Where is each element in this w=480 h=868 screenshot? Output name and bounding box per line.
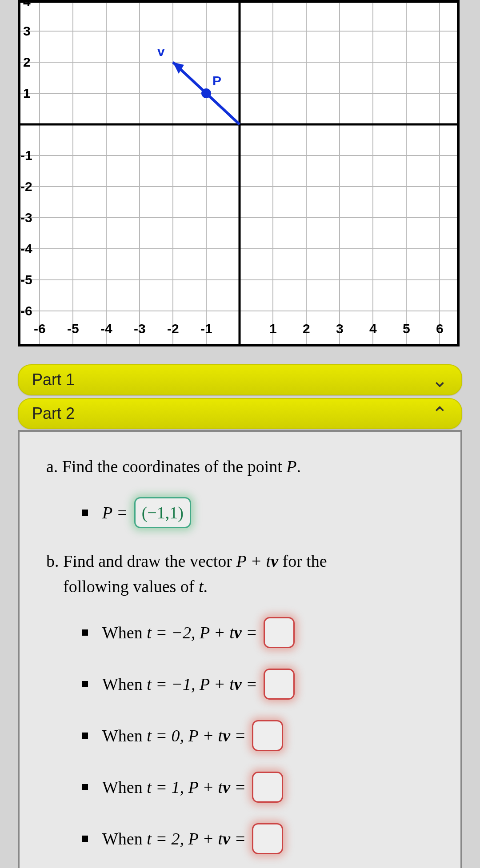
qb-v: v (223, 726, 230, 745)
svg-text:1: 1 (23, 86, 31, 100)
qa-answer-row: P = (−1,1) (82, 497, 443, 528)
qb-v: v (234, 623, 242, 642)
svg-text:3: 3 (336, 321, 344, 336)
svg-text:6: 6 (436, 321, 444, 336)
part2-content: a. Find the coordinates of the point P. … (18, 430, 462, 868)
svg-text:-1: -1 (200, 321, 212, 336)
svg-text:v: v (157, 44, 165, 59)
question-a-prompt: a. Find the coordinates of the point P. (46, 454, 443, 479)
qb-tail: = (230, 726, 246, 745)
qb-when: When (102, 778, 147, 796)
qb-vec: v (271, 552, 278, 570)
svg-text:-3: -3 (134, 321, 146, 336)
qb-answer-input-1[interactable] (264, 669, 295, 700)
qb-eq: t = 0, P + t (147, 726, 223, 745)
qb-when: When (102, 726, 147, 745)
qb-v: v (234, 675, 242, 693)
question-b-prompt: b. Find and draw the vector P + tv for t… (46, 549, 443, 599)
qb-item: When t = 2, P + tv = (82, 823, 443, 854)
accordion-part1-label: Part 1 (32, 370, 75, 389)
svg-point-51 (201, 88, 211, 98)
svg-text:-5: -5 (67, 321, 79, 336)
svg-text:4: 4 (23, 3, 31, 9)
qb-t1: b. Find and draw the vector (46, 552, 236, 570)
qb-item: When t = −2, P + tv = (82, 617, 443, 648)
bullet-icon (82, 784, 88, 790)
svg-text:P: P (212, 73, 221, 88)
qb-tail: = (230, 829, 246, 848)
qb-suffix: . (204, 577, 208, 596)
qb-item: When t = −1, P + tv = (82, 669, 443, 700)
qb-item: When t = 0, P + tv = (82, 720, 443, 751)
qb-v: v (223, 778, 230, 796)
qb-when: When (102, 829, 147, 848)
svg-text:-6: -6 (34, 321, 46, 336)
qb-items: When t = −2, P + tv = When t = −1, P + t… (46, 617, 443, 854)
qb-tail: = (242, 675, 257, 693)
svg-text:4: 4 (369, 321, 377, 336)
svg-text:-3: -3 (20, 210, 32, 225)
bullet-icon (82, 733, 88, 739)
qa-suffix: . (297, 457, 301, 476)
qa-answer-input[interactable]: (−1,1) (134, 497, 191, 528)
bullet-icon (82, 681, 88, 687)
qa-text: a. Find the coordinates of the point (46, 457, 286, 476)
coordinate-graph: -6 -5 -4 -3 -2 -1 1 2 3 4 5 6 4 3 2 1 -1… (18, 0, 460, 346)
qb-tail: = (242, 623, 257, 642)
qb-answer-input-0[interactable] (264, 617, 295, 648)
accordion-part2-label: Part 2 (32, 404, 75, 423)
qb-v: v (223, 829, 230, 848)
qb-var: t (199, 577, 204, 596)
graph-svg: -6 -5 -4 -3 -2 -1 1 2 3 4 5 6 4 3 2 1 -1… (20, 3, 457, 344)
svg-text:-4: -4 (100, 321, 112, 336)
qb-when: When (102, 623, 147, 642)
svg-text:-4: -4 (20, 241, 32, 256)
qb-eq: t = 1, P + t (147, 778, 223, 796)
qb-eq: t = 2, P + t (147, 829, 223, 848)
accordion-part2[interactable]: Part 2 ⌃ (18, 398, 462, 429)
svg-text:-1: -1 (20, 148, 32, 163)
qb-answer-input-3[interactable] (252, 772, 283, 803)
svg-text:-6: -6 (20, 303, 32, 318)
qb-t2: following values of (63, 577, 199, 596)
qb-when: When (102, 675, 147, 693)
accordion-part1[interactable]: Part 1 ⌄ (18, 364, 462, 395)
svg-text:-2: -2 (167, 321, 179, 336)
svg-text:1: 1 (269, 321, 277, 336)
qb-answer-input-2[interactable] (252, 720, 283, 751)
svg-text:2: 2 (23, 55, 31, 69)
qb-answer-input-4[interactable] (252, 823, 283, 854)
qb-eq: t = −2, P + t (147, 623, 234, 642)
qb-expr: P + t (236, 552, 271, 570)
bullet-icon (82, 836, 88, 842)
svg-text:-2: -2 (20, 179, 32, 194)
chevron-down-icon: ⌄ (432, 369, 448, 391)
qb-t1b: for the (278, 552, 327, 570)
chevron-up-icon: ⌃ (432, 402, 448, 425)
svg-text:-5: -5 (20, 272, 32, 287)
qa-var: P (286, 457, 296, 476)
svg-text:3: 3 (23, 24, 31, 38)
bullet-icon (82, 629, 88, 636)
qa-lhs: P = (102, 500, 128, 526)
qb-eq: t = −1, P + t (147, 675, 234, 693)
bullet-icon (82, 510, 88, 516)
svg-text:2: 2 (303, 321, 310, 336)
svg-text:5: 5 (403, 321, 410, 336)
qb-tail: = (230, 778, 246, 796)
qb-item: When t = 1, P + tv = (82, 772, 443, 803)
